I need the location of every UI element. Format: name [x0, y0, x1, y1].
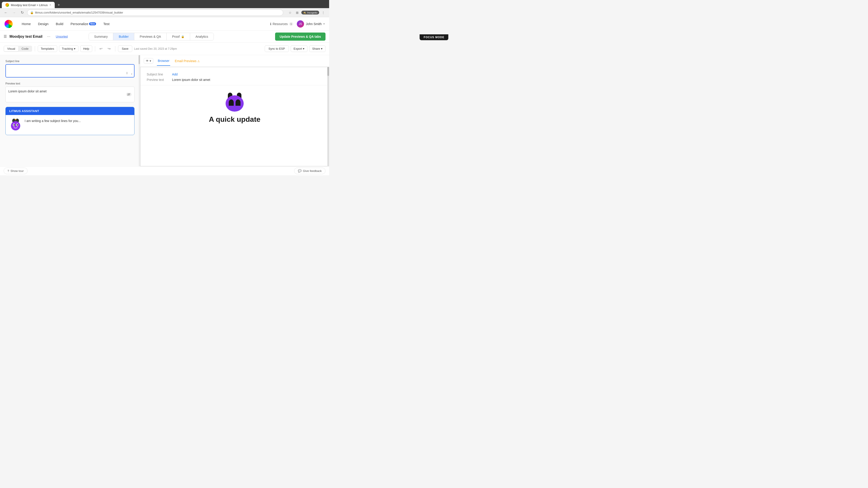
sync-to-esp-button[interactable]: Sync to ESP — [265, 45, 289, 52]
tab-previews-qa[interactable]: Previews & QA — [134, 33, 166, 40]
share-label: Share — [312, 47, 320, 51]
active-tab[interactable]: Moodjoy test Email > Litmus × — [2, 2, 55, 8]
left-scrollbar-track[interactable] — [138, 55, 140, 166]
view-toggle: Visual Code — [4, 46, 32, 52]
main-content: Subject line 0 ▾ Preview text Lorem ipsu… — [0, 55, 329, 166]
templates-button[interactable]: Templates — [38, 45, 57, 52]
tracking-chevron-icon: ▾ — [74, 47, 75, 51]
tab-favicon — [5, 3, 9, 7]
preview-frame: Subject line Add Preview text Lorem ipsu… — [140, 67, 329, 166]
info-icon: ℹ — [270, 22, 271, 26]
assistant-header: LITMUS ASSISTANT — [6, 107, 134, 115]
address-bar[interactable]: 🔒 litmus.com/folders/unsorted_emails/ema… — [27, 9, 283, 16]
nav-build[interactable]: Build — [52, 17, 67, 31]
subject-input-wrapper: 0 ▾ — [5, 64, 134, 77]
save-button[interactable]: Save — [118, 45, 132, 52]
browser-tab-bar: Moodjoy test Email > Litmus × + — [0, 0, 329, 8]
preview-subject-line-row: Subject line Add — [147, 72, 322, 76]
right-panel: 👁 ▾ Browser Email Previews ⚠ Subject lin… — [140, 55, 329, 166]
right-paw-icon — [236, 99, 241, 106]
lock-icon: 🔒 — [30, 11, 34, 14]
lock-icon: 🔒 — [181, 35, 184, 38]
view-chevron-icon: ▾ — [150, 59, 151, 63]
update-previews-button[interactable]: Update Previews & QA tabs — [275, 33, 326, 41]
bookmark-button[interactable]: ☆ — [287, 9, 293, 16]
give-feedback-button[interactable]: 💬 Give feedback — [294, 168, 326, 174]
user-name: John Smith — [306, 22, 322, 26]
preview-text-value: Lorem ipsum dolor sit amet — [8, 90, 131, 93]
tab-analytics[interactable]: Analytics — [190, 33, 214, 40]
browser-tab[interactable]: Browser — [157, 59, 170, 66]
export-button[interactable]: Export ▾ — [291, 45, 308, 52]
email-headline: A quick update — [209, 115, 260, 124]
right-scrollbar-track[interactable] — [327, 67, 329, 166]
subject-input-chevron-icon: ▾ — [131, 73, 132, 75]
undo-button[interactable]: ↩ — [98, 46, 104, 52]
svg-point-6 — [13, 124, 15, 126]
show-tour-label: Show tour — [10, 169, 24, 173]
give-feedback-label: Give feedback — [303, 169, 322, 173]
left-panel: Subject line 0 ▾ Preview text Lorem ipsu… — [0, 55, 140, 166]
extension-button[interactable]: ⊞ — [294, 9, 301, 16]
tour-icon: ? — [7, 169, 9, 173]
tab-proof-label: Proof — [172, 35, 180, 38]
user-area[interactable]: JS John Smith ▾ — [297, 20, 324, 28]
tracking-label: Tracking — [62, 47, 73, 51]
left-scrollbar-thumb[interactable] — [138, 55, 140, 64]
export-chevron-icon: ▾ — [303, 47, 305, 51]
incognito-label: Incognito — [307, 11, 317, 14]
nav-design[interactable]: Design — [34, 17, 52, 31]
tab-navigation: Summary Builder Previews & QA Proof 🔒 An… — [89, 33, 214, 40]
resources-label: Resources — [273, 22, 288, 26]
menu-button[interactable]: ⋮ — [320, 9, 327, 16]
last-saved-text: Last saved Dec 20, 2023 at 7:29pm — [134, 47, 177, 51]
browser-actions: ☆ ⊞ 🕵 Incognito ⋮ — [287, 9, 327, 16]
show-tour-button[interactable]: ? Show tour — [4, 168, 28, 174]
reload-button[interactable]: ↻ — [19, 9, 25, 16]
resources-button[interactable]: ℹ Resources 1 — [270, 22, 293, 26]
nav-test[interactable]: Test — [100, 17, 113, 31]
toolbar-separator-3 — [115, 46, 115, 52]
email-previews-tab[interactable]: Email Previews ⚠ — [174, 59, 201, 66]
feedback-icon: 💬 — [298, 169, 302, 173]
email-body: A quick update — [141, 86, 329, 131]
visual-toggle[interactable]: Visual — [4, 46, 18, 51]
preview-text-row: Preview text Lorem ipsum dolor sit amet — [147, 78, 322, 82]
tab-summary[interactable]: Summary — [89, 33, 114, 40]
tab-close-btn[interactable]: × — [50, 3, 51, 6]
project-toggle[interactable]: ☰ — [4, 34, 7, 39]
assistant-message: I am writing a few subject lines for you… — [25, 119, 81, 123]
nav-home[interactable]: Home — [18, 17, 34, 31]
nav-personalize-label: Personalize — [70, 22, 88, 26]
new-tab-button[interactable]: + — [56, 2, 62, 8]
preview-text-label: Preview text — [5, 82, 134, 85]
share-button[interactable]: Share ▾ — [309, 45, 326, 52]
app-navbar: Home Design Build Personalize New Test ℹ… — [0, 17, 329, 31]
tracking-button[interactable]: Tracking ▾ — [59, 45, 79, 52]
svg-point-7 — [17, 124, 18, 126]
add-subject-link[interactable]: Add — [172, 72, 178, 76]
more-options-button[interactable]: ··· — [45, 33, 52, 40]
sidebar-toggle-icon: ☰ — [4, 34, 7, 39]
tab-proof[interactable]: Proof 🔒 — [166, 33, 190, 40]
litmus-assistant-panel: LITMUS ASSISTANT I am writing a few subj… — [5, 107, 134, 135]
assistant-body: I am writing a few subject lines for you… — [6, 115, 134, 135]
preview-content: Subject line Add Preview text Lorem ipsu… — [140, 67, 329, 166]
forward-button[interactable]: → — [11, 9, 17, 16]
right-scrollbar-thumb[interactable] — [327, 67, 329, 76]
app-logo[interactable] — [4, 20, 13, 28]
svg-point-3 — [11, 122, 20, 130]
subject-line-input[interactable] — [6, 65, 134, 76]
tab-builder[interactable]: Builder — [113, 33, 134, 40]
share-chevron-icon: ▾ — [321, 47, 322, 51]
editor-toolbar: Visual Code Templates Tracking ▾ Help ↩ … — [0, 42, 329, 55]
nav-personalize[interactable]: Personalize New — [67, 17, 100, 31]
back-button[interactable]: ← — [3, 9, 9, 16]
code-toggle[interactable]: Code — [18, 46, 32, 51]
subject-char-count: 0 — [126, 72, 128, 75]
unsorted-link[interactable]: Unsorted — [56, 35, 68, 38]
url-text: litmus.com/folders/unsorted_emails/email… — [35, 11, 123, 14]
redo-button[interactable]: ↪ — [106, 46, 112, 52]
help-button[interactable]: Help — [80, 45, 92, 52]
preview-view-dropdown[interactable]: 👁 ▾ — [144, 58, 153, 64]
